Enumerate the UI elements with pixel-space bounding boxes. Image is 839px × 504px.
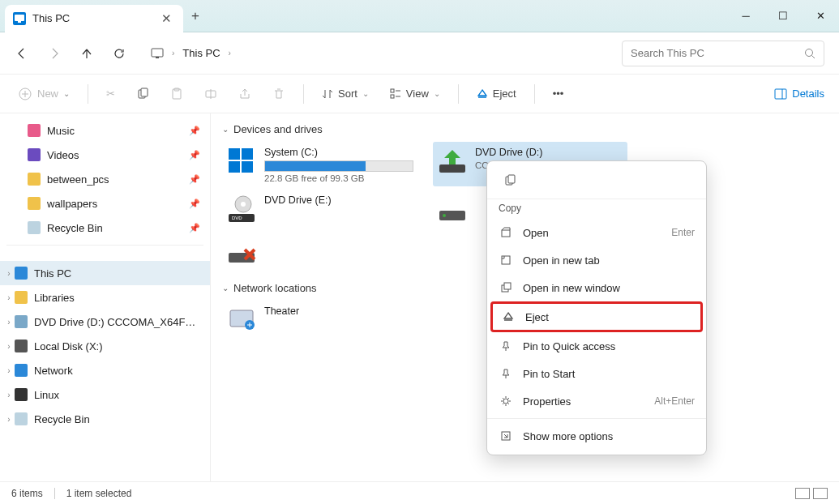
context-open-in-new-window[interactable]: Open in new window	[487, 274, 706, 301]
new-button[interactable]: New ⌄	[15, 81, 73, 107]
thumbnail-view-button[interactable]	[813, 488, 828, 499]
details-icon	[774, 88, 787, 100]
drive-icon	[15, 412, 28, 425]
tab-title: This PC	[32, 12, 70, 24]
sidebar-item[interactable]: ›Linux	[0, 382, 210, 407]
breadcrumb[interactable]: › This PC ›	[144, 47, 604, 59]
drive-icon	[225, 235, 258, 267]
eject-button[interactable]: Eject	[473, 81, 520, 107]
chevron-right-icon[interactable]: ›	[3, 269, 15, 278]
network-item[interactable]: Theater	[222, 301, 417, 340]
separator	[534, 84, 535, 104]
item-count: 6 items	[11, 488, 43, 499]
minimize-button[interactable]: ─	[727, 0, 764, 32]
breadcrumb-item[interactable]: This PC	[182, 47, 220, 59]
navigation-bar: › This PC ›	[0, 32, 839, 75]
chevron-right-icon[interactable]: ›	[3, 391, 15, 399]
svg-rect-17	[242, 161, 253, 173]
details-pane-button[interactable]: Details	[774, 88, 824, 100]
sidebar-item[interactable]: ›DVD Drive (D:) CCCOMA_X64FRE_EN-	[0, 310, 210, 334]
forward-button[interactable]	[47, 46, 62, 61]
drive-item[interactable]	[222, 232, 417, 271]
separator	[487, 418, 706, 419]
svg-rect-33	[504, 283, 511, 289]
up-button[interactable]	[79, 46, 94, 61]
cut-button[interactable]: ✂	[103, 81, 118, 107]
sidebar-item[interactable]: Recycle Bin📌	[0, 216, 210, 240]
pin-icon	[499, 339, 513, 353]
newwin-icon	[499, 280, 513, 295]
this-pc-icon	[13, 12, 26, 25]
chevron-right-icon[interactable]: ›	[3, 318, 15, 327]
folder-icon	[28, 124, 41, 137]
context-more-options[interactable]: Show more options	[487, 422, 706, 450]
refresh-button[interactable]	[112, 46, 126, 61]
context-pin-to-start[interactable]: Pin to Start	[487, 360, 706, 387]
delete-button[interactable]	[269, 81, 289, 107]
drive-item[interactable]: System (C:)22.8 GB free of 99.3 GB	[222, 142, 417, 186]
copy-icon	[136, 88, 149, 100]
cut-icon: ✂	[106, 88, 115, 100]
navigation-pane: Music📌Videos📌between_pcs📌wallpapers📌Recy…	[0, 113, 211, 481]
drive-item[interactable]: DVDDVD Drive (E:)	[222, 190, 417, 229]
details-view-button[interactable]	[795, 488, 810, 499]
capacity-bar	[264, 160, 413, 172]
copy-button[interactable]	[133, 81, 152, 107]
search-input[interactable]	[631, 47, 804, 59]
copy-button[interactable]	[499, 169, 521, 192]
sidebar-item[interactable]: ›Local Disk (X:)	[0, 334, 210, 358]
sidebar-item[interactable]: wallpapers📌	[0, 191, 210, 216]
rename-button[interactable]	[201, 81, 220, 107]
open-icon	[499, 225, 513, 240]
chevron-down-icon: ⌄	[63, 89, 70, 98]
view-button[interactable]: View ⌄	[387, 81, 443, 107]
chevron-right-icon[interactable]: ›	[3, 342, 15, 351]
sidebar-item[interactable]: Videos📌	[0, 143, 210, 167]
chevron-right-icon: ›	[229, 49, 231, 58]
sidebar-item[interactable]: ›Network	[0, 358, 210, 382]
context-open[interactable]: OpenEnter	[487, 219, 706, 246]
new-tab-button[interactable]: +	[191, 8, 199, 24]
drive-icon	[15, 315, 28, 328]
more-button[interactable]: •••	[550, 81, 567, 107]
search-box[interactable]	[622, 41, 824, 66]
rename-icon	[204, 88, 217, 100]
tab-close-icon[interactable]: ✕	[161, 11, 172, 26]
window-controls: ─ ☐ ✕	[727, 0, 839, 32]
pin-icon	[499, 366, 513, 381]
chevron-right-icon[interactable]: ›	[3, 293, 15, 302]
context-properties[interactable]: PropertiesAlt+Enter	[487, 387, 706, 415]
svg-rect-14	[229, 148, 240, 160]
window-tab[interactable]: This PC ✕	[5, 5, 183, 32]
chevron-right-icon[interactable]: ›	[3, 415, 15, 424]
drive-icon	[15, 340, 28, 352]
sidebar-item[interactable]: ›This PC	[0, 261, 210, 285]
svg-point-24	[443, 214, 446, 217]
section-devices[interactable]: ⌄ Devices and drives	[222, 123, 828, 135]
svg-rect-18	[439, 164, 465, 173]
paste-button[interactable]	[167, 81, 186, 107]
svg-rect-3	[156, 57, 159, 58]
context-eject[interactable]: Eject	[490, 301, 703, 332]
media-device-icon	[225, 304, 258, 336]
chevron-right-icon[interactable]: ›	[3, 366, 15, 375]
maximize-button[interactable]: ☐	[764, 0, 802, 32]
back-button[interactable]	[15, 46, 29, 61]
close-button[interactable]: ✕	[802, 0, 839, 32]
context-pin-to-quick-access[interactable]: Pin to Quick access	[487, 332, 706, 360]
sidebar-item[interactable]: between_pcs📌	[0, 167, 210, 191]
sidebar-item[interactable]: ›Libraries	[0, 285, 210, 310]
sidebar-item[interactable]: Music📌	[0, 118, 210, 143]
svg-rect-29	[508, 175, 515, 183]
svg-rect-15	[242, 148, 253, 160]
chevron-down-icon: ⌄	[222, 284, 229, 293]
view-icon	[390, 88, 401, 100]
sidebar-item[interactable]: ›Recycle Bin	[0, 407, 210, 431]
sort-button[interactable]: Sort ⌄	[319, 81, 372, 107]
selection-count: 1 item selected	[66, 488, 132, 499]
share-button[interactable]	[235, 81, 255, 107]
svg-rect-11	[391, 89, 394, 92]
folder-icon	[28, 197, 41, 210]
drive-icon	[15, 291, 28, 304]
context-open-in-new-tab[interactable]: Open in new tab	[487, 246, 706, 274]
